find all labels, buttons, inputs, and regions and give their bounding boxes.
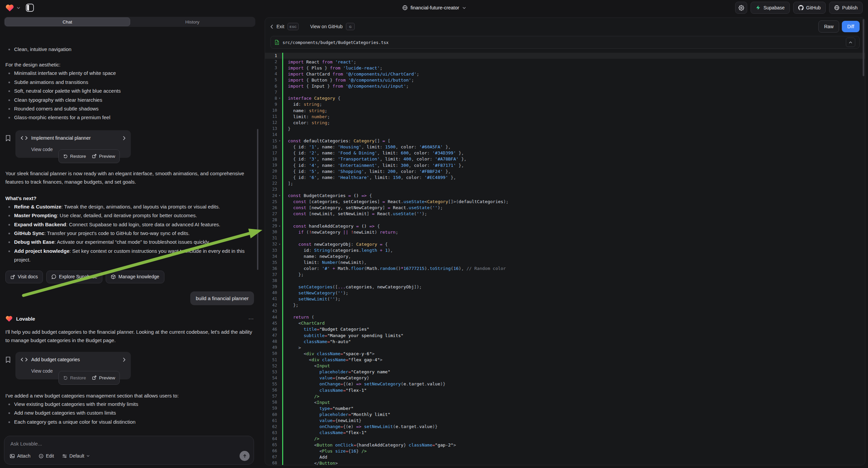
g-key-badge: G [346,23,355,30]
version-card-row: Implement financial planner View code Re… [5,130,254,158]
code-line-41: 41 setNewLimit(''); [265,296,865,302]
user-message-bubble: build a financial planner [190,291,254,305]
code-line-66: 66 <Plus size={16} /> [265,448,865,454]
collapse-file-button[interactable] [846,38,855,47]
code-diff-view[interactable]: 12import React from 'react';3import { Pl… [265,53,865,465]
code-line-13: 13} [265,125,865,131]
code-line-14: 14 [265,131,865,138]
message-menu-icon[interactable]: ⋯ [248,315,254,323]
whats-next-heading: What's next? [5,194,254,202]
list-item: Soft, neutral color palette with light b… [5,87,254,95]
next-steps-list: Refine & Customize: Tweak the design, an… [5,202,254,265]
sidebar-toggle-icon[interactable] [26,3,34,12]
bookmark-icon[interactable] [5,135,11,141]
code-line-25: 25 const [categories, setCategories] = R… [265,199,865,205]
publish-globe-icon [834,5,839,10]
chat-bubble-icon [51,274,56,279]
logo-chevron-down-icon[interactable] [17,7,20,9]
version-card-title: Add budget categories [31,355,80,364]
code-line-63: 63 className="flex-1" [265,430,865,436]
bookmark-icon[interactable] [5,356,11,363]
chevron-left-icon[interactable] [271,25,273,29]
restore-button[interactable]: Restore [63,152,86,160]
preview-button[interactable]: Preview [92,374,115,382]
chat-panel: Chat History Clean, intuitive navigation… [0,16,259,468]
lovable-logo-icon[interactable] [5,4,14,12]
prompt-input[interactable] [10,440,238,447]
send-button[interactable] [240,451,250,461]
attach-button[interactable]: Attach [10,453,31,459]
list-item: Clean, intuitive navigation [5,45,254,54]
supabase-button[interactable]: Supabase [750,2,789,14]
list-item: View existing budget categories with the… [5,400,254,409]
github-button[interactable]: GitHub [793,2,826,14]
diff-toggle-button[interactable]: Diff [842,21,860,32]
intro-bullet-list: Clean, intuitive navigation [5,45,254,54]
code-line-10: 10 name: string; [265,108,865,114]
prompt-input-box: Attach Edit Default [4,436,254,465]
file-path-bar[interactable]: src/components/budget/BudgetCategories.t… [271,36,860,49]
design-aesthetic-heading: For the design aesthetic: [5,60,254,69]
restore-button[interactable]: Restore [63,374,86,382]
version-card-add-budget-categories[interactable]: Add budget categories View code Restore … [16,352,131,379]
mode-selector[interactable]: Default [62,453,90,459]
explore-supabase-button[interactable]: Explore Supabase [46,271,102,283]
view-on-github-button[interactable]: View on GitHub [310,24,343,29]
preview-button[interactable]: Preview [92,152,115,160]
code-scrollbar[interactable] [863,19,864,76]
list-item: Refine & Customize: Tweak the design, an… [5,202,254,211]
prompt-toolbar: Attach Edit Default [10,451,250,461]
code-line-2: 2import React from 'react'; [265,59,865,65]
code-line-7: 7 [265,89,865,95]
restore-preview-pill: Restore Preview [58,149,120,163]
raw-toggle-button[interactable]: Raw [818,21,839,33]
github-label: GitHub [806,5,821,10]
code-line-64: 64 /> [265,436,865,442]
assistant-header: Lovable ⋯ [5,315,254,323]
code-line-43: 43 [265,308,865,314]
list-item: Rounded corners and subtle shadows [5,105,254,113]
code-line-27: 27 const [newLimit, setNewLimit] = React… [265,211,865,217]
settings-button[interactable] [735,2,747,14]
publish-button[interactable]: Publish [829,2,863,14]
code-line-8: 8▾interface Category { [265,95,865,101]
code-line-9: 9 id: string; [265,101,865,108]
target-icon [39,454,43,459]
code-viewer-panel: Exit ESC View on GitHub G Raw Diff src/c… [265,18,865,465]
version-card-implement-planner[interactable]: Implement financial planner View code Re… [16,130,131,158]
preview-label: Preview [99,152,115,160]
esc-key-badge: ESC [287,23,299,30]
package-icon [111,274,116,279]
tab-chat[interactable]: Chat [5,18,130,26]
code-line-55: 55 onChange={(e) => setNewCategory(e.tar… [265,381,865,387]
code-line-59: 59 type="number" [265,405,865,411]
code-line-29: 29▾ const handleAddCategory = () => { [265,223,865,229]
added-file-icon [275,39,279,45]
code-line-58: 58 <Input [265,399,865,405]
code-line-24: 24▾const BudgetCategories = () => { [265,193,865,199]
code-icon [21,357,28,361]
code-line-19: 19 { id: '4', name: 'Entertainment', lim… [265,162,865,168]
code-line-56: 56 className="flex-1" [265,387,865,393]
assistant-name: Lovable [16,315,35,323]
list-item: Glass-morphic elements for a premium fee… [5,113,254,122]
edit-button[interactable]: Edit [39,453,54,459]
restore-preview-pill: Restore Preview [58,371,120,385]
code-line-60: 60 placeholder="Monthly limit" [265,411,865,417]
chat-scrollbar[interactable] [257,129,258,270]
project-chevron-down-icon [462,7,466,9]
code-line-31: 31 [265,235,865,241]
added-bullet-list: View existing budget categories with the… [5,400,254,427]
manage-knowledge-button[interactable]: Manage knowledge [106,271,164,283]
project-selector[interactable]: financial-future-creator [402,0,466,16]
code-icon [21,136,28,140]
exit-button[interactable]: Exit [276,24,284,29]
tab-history[interactable]: History [130,18,255,26]
visit-docs-button[interactable]: Visit docs [5,271,43,283]
code-line-21: 21 { id: '6', name: 'Healthcare', limit:… [265,174,865,180]
arrow-up-icon [243,454,247,458]
chat-message-list[interactable]: Clean, intuitive navigation For the desi… [0,44,259,434]
chevron-down-icon [87,455,90,457]
code-line-3: 3import { Plus } from 'lucide-react'; [265,65,865,71]
code-line-26: 26 const [newCategory, setNewCategory] =… [265,205,865,211]
